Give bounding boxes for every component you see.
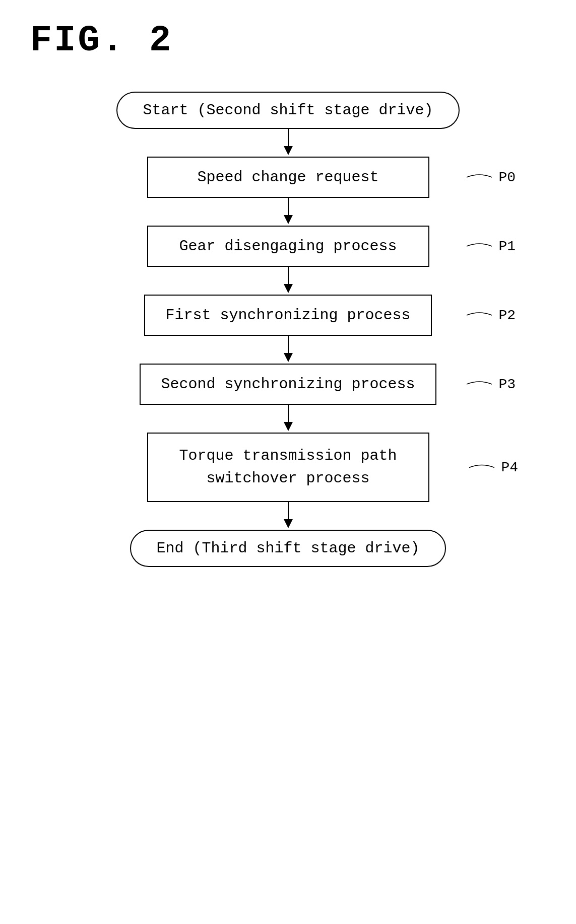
svg-marker-3 <box>284 215 293 224</box>
p4-label: P4 <box>467 460 518 475</box>
arrow-4 <box>278 336 298 364</box>
p3-node-container: Second synchronizing process P3 <box>30 364 546 405</box>
start-node-container: Start (Second shift stage drive) <box>30 92 546 129</box>
p4-line1: Torque transmission path <box>179 447 397 464</box>
p1-label: P1 <box>464 239 516 254</box>
p1-node-container: Gear disengaging process P1 <box>30 226 546 267</box>
p0-node-container: Speed change request P0 <box>30 157 546 198</box>
p4-node-container: Torque transmission path switchover proc… <box>30 433 546 502</box>
start-node: Start (Second shift stage drive) <box>116 92 459 129</box>
arrow-6 <box>278 502 298 530</box>
p1-node: Gear disengaging process <box>147 226 429 267</box>
arrow-1 <box>278 129 298 157</box>
p0-node: Speed change request <box>147 157 429 198</box>
end-node: End (Third shift stage drive) <box>130 530 445 567</box>
svg-marker-9 <box>284 422 293 431</box>
p3-label: P3 <box>464 377 516 392</box>
arrow-2 <box>278 198 298 226</box>
end-node-container: End (Third shift stage drive) <box>30 530 546 567</box>
svg-marker-11 <box>284 519 293 528</box>
p0-label: P0 <box>464 170 516 185</box>
arrow-5 <box>278 405 298 433</box>
arrow-3 <box>278 267 298 295</box>
p2-label: P2 <box>464 308 516 323</box>
page-title: FIG. 2 <box>30 20 546 61</box>
p4-node: Torque transmission path switchover proc… <box>147 433 429 502</box>
svg-marker-1 <box>284 146 293 155</box>
p4-line2: switchover process <box>206 470 369 487</box>
p2-node-container: First synchronizing process P2 <box>30 295 546 336</box>
svg-marker-7 <box>284 353 293 362</box>
flowchart: Start (Second shift stage drive) Speed c… <box>30 92 546 567</box>
svg-marker-5 <box>284 284 293 293</box>
p3-node: Second synchronizing process <box>140 364 436 405</box>
p2-node: First synchronizing process <box>144 295 431 336</box>
